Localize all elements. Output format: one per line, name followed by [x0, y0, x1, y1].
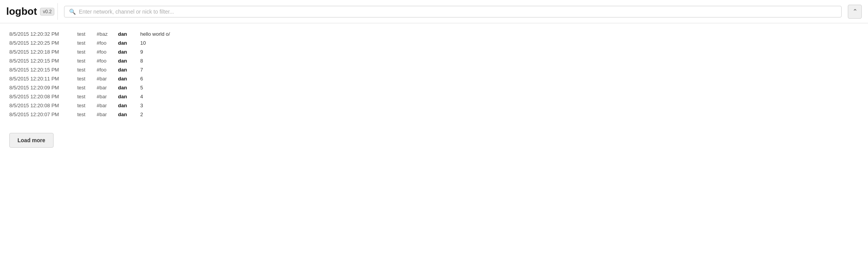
log-network: test — [77, 31, 97, 37]
table-row: 8/5/2015 12:20:15 PM test #foo dan 8 — [9, 56, 859, 65]
log-nick: dan — [118, 49, 137, 55]
log-message: 6 — [137, 76, 143, 82]
search-input[interactable] — [79, 9, 837, 15]
log-timestamp: 8/5/2015 12:20:08 PM — [9, 94, 77, 99]
log-table: 8/5/2015 12:20:32 PM test #baz dan hello… — [0, 23, 868, 125]
log-network: test — [77, 112, 97, 117]
log-channel: #foo — [97, 58, 118, 64]
log-timestamp: 8/5/2015 12:20:08 PM — [9, 103, 77, 108]
table-row: 8/5/2015 12:20:09 PM test #bar dan 5 — [9, 83, 859, 92]
log-message: 9 — [137, 49, 143, 55]
table-row: 8/5/2015 12:20:11 PM test #bar dan 6 — [9, 74, 859, 83]
log-timestamp: 8/5/2015 12:20:09 PM — [9, 85, 77, 91]
table-row: 8/5/2015 12:20:08 PM test #bar dan 3 — [9, 101, 859, 110]
log-channel: #bar — [97, 103, 118, 108]
log-nick: dan — [118, 112, 137, 117]
log-channel: #foo — [97, 40, 118, 46]
table-row: 8/5/2015 12:20:07 PM test #bar dan 2 — [9, 110, 859, 119]
log-timestamp: 8/5/2015 12:20:18 PM — [9, 49, 77, 55]
log-channel: #foo — [97, 67, 118, 73]
log-channel: #bar — [97, 112, 118, 117]
log-message: 8 — [137, 58, 143, 64]
log-nick: dan — [118, 94, 137, 99]
log-message: 5 — [137, 85, 143, 91]
logo-area: logbot v0.2 — [6, 3, 58, 20]
log-timestamp: 8/5/2015 12:20:25 PM — [9, 40, 77, 46]
log-timestamp: 8/5/2015 12:20:07 PM — [9, 112, 77, 117]
log-nick: dan — [118, 58, 137, 64]
log-nick: dan — [118, 31, 137, 37]
log-channel: #baz — [97, 31, 118, 37]
log-channel: #bar — [97, 76, 118, 82]
log-network: test — [77, 85, 97, 91]
table-row: 8/5/2015 12:20:25 PM test #foo dan 10 — [9, 38, 859, 47]
app-logo: logbot — [6, 5, 37, 17]
table-row: 8/5/2015 12:20:08 PM test #bar dan 4 — [9, 92, 859, 101]
log-message: 7 — [137, 67, 143, 73]
log-message: 2 — [137, 112, 143, 117]
log-network: test — [77, 58, 97, 64]
log-timestamp: 8/5/2015 12:20:32 PM — [9, 31, 77, 37]
load-more-button[interactable]: Load more — [9, 133, 54, 148]
log-channel: #bar — [97, 85, 118, 91]
log-nick: dan — [118, 76, 137, 82]
log-message: 4 — [137, 94, 143, 99]
log-nick: dan — [118, 67, 137, 73]
log-message: 10 — [137, 40, 146, 46]
log-network: test — [77, 76, 97, 82]
log-network: test — [77, 40, 97, 46]
log-nick: dan — [118, 40, 137, 46]
table-row: 8/5/2015 12:20:32 PM test #baz dan hello… — [9, 30, 859, 38]
log-message: hello world o/ — [137, 31, 170, 37]
log-nick: dan — [118, 85, 137, 91]
table-row: 8/5/2015 12:20:18 PM test #foo dan 9 — [9, 47, 859, 56]
chevron-up-icon: ⌃ — [852, 8, 858, 15]
search-icon: 🔍 — [69, 9, 76, 15]
search-area: 🔍 — [64, 6, 842, 17]
log-network: test — [77, 103, 97, 108]
log-network: test — [77, 49, 97, 55]
log-nick: dan — [118, 103, 137, 108]
log-network: test — [77, 67, 97, 73]
log-timestamp: 8/5/2015 12:20:15 PM — [9, 67, 77, 73]
version-badge: v0.2 — [40, 8, 54, 16]
collapse-button[interactable]: ⌃ — [848, 5, 862, 19]
header: logbot v0.2 🔍 ⌃ — [0, 0, 868, 23]
table-row: 8/5/2015 12:20:15 PM test #foo dan 7 — [9, 65, 859, 74]
log-message: 3 — [137, 103, 143, 108]
log-channel: #foo — [97, 49, 118, 55]
log-timestamp: 8/5/2015 12:20:11 PM — [9, 76, 77, 82]
log-timestamp: 8/5/2015 12:20:15 PM — [9, 58, 77, 64]
log-network: test — [77, 94, 97, 99]
log-channel: #bar — [97, 94, 118, 99]
